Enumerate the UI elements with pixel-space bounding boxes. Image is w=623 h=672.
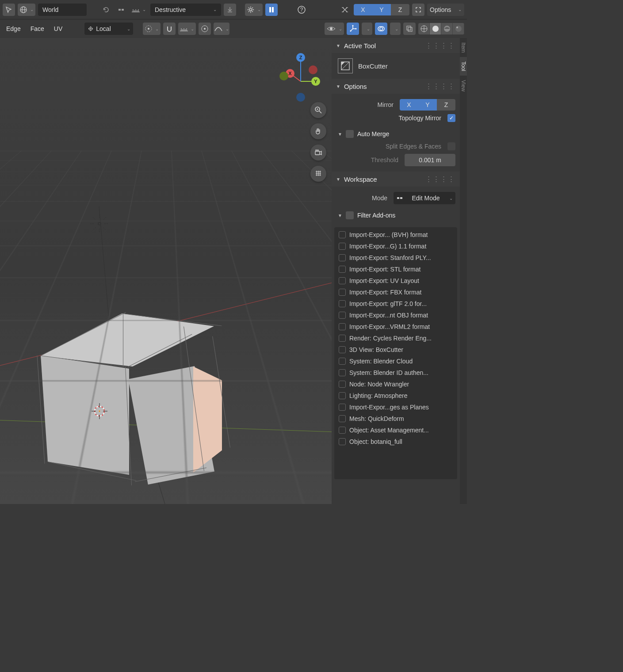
addon-item[interactable]: Import-Export: FBX format <box>334 286 457 298</box>
gizmo-neg-z[interactable] <box>296 93 305 102</box>
addon-checkbox[interactable] <box>339 358 346 365</box>
addon-item[interactable]: Import-Export: STL format <box>334 263 457 275</box>
addon-checkbox[interactable] <box>339 392 346 399</box>
addon-item[interactable]: Node: Node Wrangler <box>334 378 457 390</box>
zoom-icon[interactable] <box>310 102 326 118</box>
boolean-mode-select[interactable]: Destructive ⌄ <box>150 4 221 16</box>
wireframe-shading[interactable] <box>418 23 430 34</box>
help-icon[interactable]: ? <box>295 4 308 16</box>
mirror-x[interactable]: X <box>400 99 418 111</box>
addon-item[interactable]: Import-Expor...VRML2 format <box>334 321 457 332</box>
transform-orientation-select[interactable]: World <box>38 4 87 16</box>
sym-x[interactable]: X <box>354 4 372 15</box>
addon-checkbox[interactable] <box>339 312 346 319</box>
tab-tool[interactable]: Tool <box>460 57 467 76</box>
mirror-y[interactable]: Y <box>418 99 437 111</box>
tab-view[interactable]: View <box>460 76 467 96</box>
addon-item[interactable]: Import-Expor...ges as Planes <box>334 401 457 413</box>
addon-checkbox[interactable] <box>339 266 346 273</box>
addon-checkbox[interactable] <box>339 346 346 353</box>
split-edges-checkbox[interactable] <box>447 142 455 150</box>
select-uv-button[interactable]: UV <box>50 23 66 35</box>
select-edge-button[interactable]: Edge <box>3 23 24 35</box>
falloff-icon[interactable]: ⌄ <box>214 23 229 35</box>
addon-item[interactable]: Render: Cycles Render Eng... <box>334 332 457 344</box>
addon-item[interactable]: Lighting: Atmosphere <box>334 390 457 401</box>
gizmo-neg-y[interactable] <box>279 72 288 80</box>
addon-checkbox[interactable] <box>339 369 346 376</box>
expand-icon[interactable] <box>412 4 424 16</box>
snap-increment-icon[interactable]: ⌄ <box>130 4 148 16</box>
active-tool-header[interactable]: ▼ Active Tool ⋮⋮⋮⋮ <box>332 38 460 53</box>
overlay-opts-icon[interactable]: ⌄ <box>390 23 401 35</box>
addon-checkbox[interactable] <box>339 415 346 422</box>
undo-history-icon[interactable] <box>100 4 112 16</box>
xray-icon[interactable] <box>403 23 416 35</box>
addon-item[interactable]: Import-Expor...nt OBJ format <box>334 309 457 321</box>
addon-checkbox[interactable] <box>339 243 346 250</box>
options-menu[interactable]: Options ⌄ <box>427 4 464 16</box>
3d-viewport[interactable]: Z X Y <box>0 38 332 504</box>
gizmo-toggle-icon[interactable] <box>347 23 359 35</box>
nav-gizmo[interactable]: Z X Y <box>279 47 323 95</box>
threshold-field[interactable]: 0.001 m <box>405 154 455 166</box>
addon-checkbox[interactable] <box>339 323 346 330</box>
snap-type-icon[interactable]: ⌄ <box>178 23 196 35</box>
cursor-tool-icon[interactable] <box>3 4 15 16</box>
snap-toggle-icon[interactable] <box>163 23 176 35</box>
addon-item[interactable]: Import-Expor...G) 1.1 format <box>334 241 457 252</box>
automerge-checkbox[interactable] <box>346 130 354 138</box>
topo-mirror-checkbox[interactable]: ✓ <box>447 114 455 122</box>
pan-icon[interactable] <box>310 123 326 139</box>
addon-item[interactable]: System: Blender ID authen... <box>334 367 457 378</box>
addon-checkbox[interactable] <box>339 231 346 238</box>
mirror-z[interactable]: Z <box>437 99 455 111</box>
sym-z[interactable]: Z <box>391 4 409 15</box>
pivot-icon[interactable]: ⌄ <box>143 23 161 35</box>
matcap-shading[interactable] <box>441 23 453 34</box>
addon-checkbox[interactable] <box>339 254 346 261</box>
addon-checkbox[interactable] <box>339 404 346 411</box>
addon-item[interactable]: Mesh: QuickDeform <box>334 413 457 424</box>
gizmo-y[interactable]: Y <box>311 77 320 86</box>
apply-icon[interactable] <box>224 4 236 16</box>
addon-item[interactable]: Import-Expor... (BVH) format <box>334 229 457 241</box>
addon-checkbox[interactable] <box>339 438 346 445</box>
addon-checkbox[interactable] <box>339 381 346 388</box>
orientation-select[interactable]: Local ⌄ <box>84 23 133 35</box>
addon-list[interactable]: Import-Expor... (BVH) formatImport-Expor… <box>334 227 457 479</box>
sym-y[interactable]: Y <box>372 4 391 15</box>
automerge-row[interactable]: ▼ Auto Merge <box>336 127 455 141</box>
tab-item[interactable]: Item <box>460 38 467 57</box>
addon-item[interactable]: Object: Asset Management... <box>334 424 457 436</box>
render-shading[interactable] <box>453 23 464 34</box>
addon-item[interactable]: System: Blender Cloud <box>334 355 457 367</box>
gizmo-z[interactable]: Z <box>296 53 305 62</box>
addon-checkbox[interactable] <box>339 289 346 296</box>
proportional-icon[interactable] <box>199 23 211 35</box>
overlay-toggle-icon[interactable] <box>375 23 387 35</box>
visibility-icon[interactable]: ⌄ <box>325 23 344 35</box>
butterfly-icon[interactable] <box>339 4 351 16</box>
gear-icon[interactable]: ⌄ <box>245 4 263 16</box>
light-object[interactable] <box>88 213 111 235</box>
addon-item[interactable]: Import-Export: glTF 2.0 for... <box>334 298 457 309</box>
addon-checkbox[interactable] <box>339 277 346 284</box>
solid-shading[interactable] <box>430 23 441 34</box>
addon-checkbox[interactable] <box>339 335 346 342</box>
filter-addons-row[interactable]: ▼ Filter Add-ons <box>336 209 455 222</box>
pause-icon[interactable] <box>265 4 278 16</box>
filter-addons-checkbox[interactable] <box>346 211 354 219</box>
gizmo-opts-icon[interactable]: ⌄ <box>362 23 372 35</box>
options-header[interactable]: ▼ Options ⋮⋮⋮⋮ <box>332 79 460 94</box>
addon-checkbox[interactable] <box>339 427 346 434</box>
addon-item[interactable]: 3D View: BoxCutter <box>334 344 457 355</box>
select-face-button[interactable]: Face <box>27 23 48 35</box>
addon-item[interactable]: Object: botaniq_full <box>334 436 457 447</box>
workspace-header[interactable]: ▼ Workspace ⋮⋮⋮⋮ <box>332 172 460 187</box>
addon-item[interactable]: Import-Export: UV Layout <box>334 275 457 286</box>
camera-icon[interactable] <box>310 145 326 160</box>
addon-item[interactable]: Import-Export: Stanford PLY... <box>334 252 457 263</box>
addon-checkbox[interactable] <box>339 300 346 307</box>
gizmo-neg-x[interactable] <box>309 65 317 74</box>
